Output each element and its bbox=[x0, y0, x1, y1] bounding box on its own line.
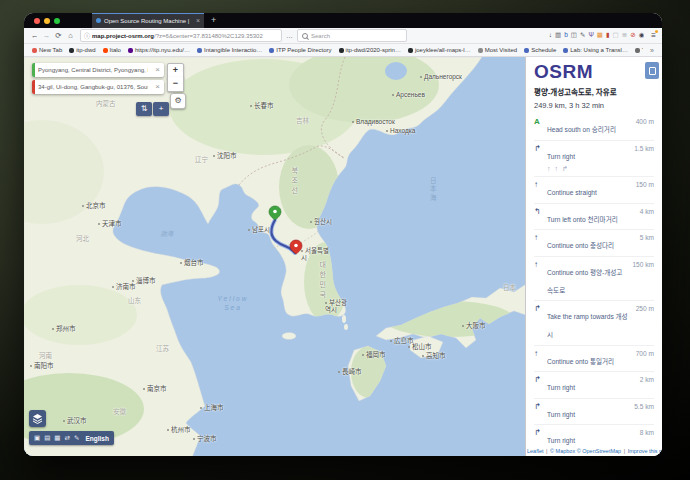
swap-locations-button[interactable]: ⇅ bbox=[136, 102, 152, 116]
direction-step-7[interactable]: ↱Take the ramp towards 개성시250 m bbox=[534, 300, 654, 345]
bookmark-favicon bbox=[478, 48, 483, 53]
home-icon[interactable]: ⌂ bbox=[66, 32, 75, 40]
direction-step-2[interactable]: ↱Turn right↑ ↑ ↱1.5 km bbox=[534, 140, 654, 177]
map-label: 서울특별시 bbox=[301, 247, 331, 261]
bookmark-item-1[interactable]: itp-dwd bbox=[69, 47, 95, 53]
extension-gray-icon[interactable]: ▢ bbox=[613, 32, 619, 39]
bookmark-item-6[interactable]: itp-dwd/2020-sprin… bbox=[339, 47, 401, 53]
bookmark-label: New Tab bbox=[39, 47, 62, 53]
bookmark-favicon bbox=[563, 48, 568, 53]
direction-step-5[interactable]: ↑Continue onto 충성다리5 km bbox=[534, 229, 654, 256]
direction-step-4[interactable]: ↰Turn left onto 천리마거리4 km bbox=[534, 203, 654, 230]
download-icon[interactable]: ↓ bbox=[549, 32, 552, 39]
language-button[interactable]: English bbox=[85, 435, 108, 442]
navigation-toolbar: ← → ⟳ ⌂ ⓘ map.project-osrm.org/?z=6&cent… bbox=[24, 28, 662, 44]
url-bar[interactable]: ⓘ map.project-osrm.org/?z=6&center=37.83… bbox=[80, 29, 282, 42]
bookmark-item-7[interactable]: joeyklee/all-maps-l… bbox=[408, 47, 471, 53]
forward-icon[interactable]: → bbox=[42, 32, 51, 40]
bitly-icon[interactable]: b bbox=[564, 32, 568, 39]
attribution-link[interactable]: © OpenStreetMap bbox=[577, 448, 621, 454]
bookmark-item-3[interactable]: https://itp.nyu.edu/… bbox=[128, 47, 190, 53]
attribution-link[interactable]: Improve this map bbox=[628, 448, 662, 454]
shuffle-icon[interactable]: ⇄ bbox=[64, 435, 69, 442]
bookmark-favicon bbox=[524, 48, 529, 53]
bookmark-item-2[interactable]: Italo bbox=[103, 47, 121, 53]
map-label: 内蒙古 bbox=[96, 100, 116, 107]
map-label: 河北 bbox=[76, 235, 89, 242]
map-label: 南阳市 bbox=[30, 362, 54, 369]
fork-icon[interactable]: Ψ bbox=[588, 32, 593, 39]
layers-icon bbox=[32, 413, 43, 424]
layers-button[interactable] bbox=[29, 410, 46, 427]
add-waypoint-button[interactable]: + bbox=[153, 102, 169, 116]
bookmark-item-0[interactable]: New Tab bbox=[32, 47, 62, 53]
adblock-icon[interactable]: ⊘ bbox=[630, 32, 635, 39]
direction-step-10[interactable]: ↱Turn right5.5 km bbox=[534, 398, 654, 425]
route-export-icon[interactable]: ▤ bbox=[44, 435, 50, 442]
direction-step-9[interactable]: ↱Turn right2 km bbox=[534, 371, 654, 398]
map-label: 郑州市 bbox=[52, 325, 76, 332]
step-body: Turn right bbox=[547, 376, 630, 394]
bookmark-label: Schedule bbox=[531, 47, 556, 53]
puzzle-icon[interactable]: ▦ bbox=[597, 32, 603, 39]
extension-red-icon[interactable]: ▮ bbox=[606, 32, 610, 39]
attribution-link[interactable]: Leaflet bbox=[527, 448, 544, 454]
toggle-panel-button[interactable] bbox=[645, 62, 659, 79]
sidebar-icon[interactable]: ◫ bbox=[571, 32, 577, 39]
pen-icon[interactable]: ✎ bbox=[580, 32, 585, 39]
bookmark-item-9[interactable]: Schedule bbox=[524, 47, 556, 53]
map-canvas[interactable]: ДальнегорскАрсеньевВладивостокНаходка长春市… bbox=[24, 57, 525, 456]
tab-close-icon[interactable]: × bbox=[196, 17, 200, 24]
attribution-separator: | bbox=[624, 448, 625, 454]
bookmark-label: https://itp.nyu.edu/… bbox=[135, 47, 190, 53]
map-label: 大阪市 bbox=[462, 322, 486, 329]
bookmark-item-4[interactable]: Intangible Interactio… bbox=[197, 47, 262, 53]
bookmark-label: Italo bbox=[110, 47, 121, 53]
step-body: Continue straight bbox=[547, 181, 630, 199]
minimize-window-button[interactable] bbox=[44, 18, 50, 24]
map-label: Дальнегорск bbox=[420, 73, 462, 80]
end-location-input[interactable] bbox=[35, 84, 151, 90]
new-tab-button[interactable]: + bbox=[211, 16, 216, 25]
extension-gray2-icon[interactable]: ≣ bbox=[622, 32, 627, 39]
account-icon[interactable]: ◉ bbox=[639, 32, 645, 39]
start-location-row: × bbox=[32, 63, 164, 77]
bookmarks-items: New Tabitp-dwdItalohttps://itp.nyu.edu/…… bbox=[32, 47, 643, 53]
reload-icon[interactable]: ⟳ bbox=[54, 32, 63, 40]
direction-step-8[interactable]: ↑Continue onto 통일거리700 m bbox=[534, 345, 654, 372]
export-toolbar: ▣▤▦⇄✎ English bbox=[29, 431, 114, 445]
hamburger-menu-icon[interactable]: ≡ bbox=[651, 32, 656, 40]
zoom-window-button[interactable] bbox=[54, 18, 60, 24]
library-icon[interactable]: ▥ bbox=[555, 32, 561, 39]
shield-icon[interactable]: ⓘ bbox=[84, 33, 90, 39]
clear-start-icon[interactable]: × bbox=[151, 66, 164, 74]
image-export-icon[interactable]: ▦ bbox=[54, 435, 60, 442]
bookmark-favicon bbox=[635, 48, 640, 53]
turn-right-icon: ↱ bbox=[534, 145, 547, 154]
bookmark-item-8[interactable]: Most Visited bbox=[478, 47, 518, 53]
printer-icon[interactable]: ✎ bbox=[74, 435, 79, 442]
bookmarks-overflow-icon[interactable]: » bbox=[650, 47, 654, 54]
browser-tab[interactable]: Open Source Routing Machine | × bbox=[92, 13, 204, 28]
bookmark-item-10[interactable]: Lab: Using a Transl… bbox=[563, 47, 628, 53]
attribution-link[interactable]: © Mapbox bbox=[550, 448, 575, 454]
zoom-out-button[interactable]: − bbox=[167, 77, 184, 92]
map-export-icon[interactable]: ▣ bbox=[34, 435, 40, 442]
close-window-button[interactable] bbox=[34, 18, 40, 24]
clear-end-icon[interactable]: × bbox=[151, 83, 164, 91]
step-distance: 8 km bbox=[630, 429, 654, 437]
bookmark-item-11[interactable]: TACHYONS bbox=[635, 47, 643, 53]
direction-step-6[interactable]: ↑Continue onto 평양-개성고속도로150 km bbox=[534, 256, 654, 301]
bookmark-item-5[interactable]: ITP People Directory bbox=[269, 47, 331, 53]
options-gear-button[interactable]: ⚙ bbox=[170, 93, 186, 109]
direction-step-3[interactable]: ↑Continue straight150 m bbox=[534, 176, 654, 203]
search-icon bbox=[302, 33, 308, 39]
search-bar[interactable]: Search bbox=[297, 29, 407, 42]
bookmark-favicon bbox=[103, 48, 108, 53]
start-location-input[interactable] bbox=[35, 67, 151, 73]
page-actions-icon[interactable]: … bbox=[286, 32, 293, 39]
direction-step-1[interactable]: AHead south on 승리거리400 m bbox=[534, 114, 654, 140]
back-icon[interactable]: ← bbox=[30, 32, 39, 40]
step-distance: 150 km bbox=[630, 261, 654, 269]
url-path: /?z=6&center=37.831480%2C129.35302 bbox=[154, 33, 263, 39]
